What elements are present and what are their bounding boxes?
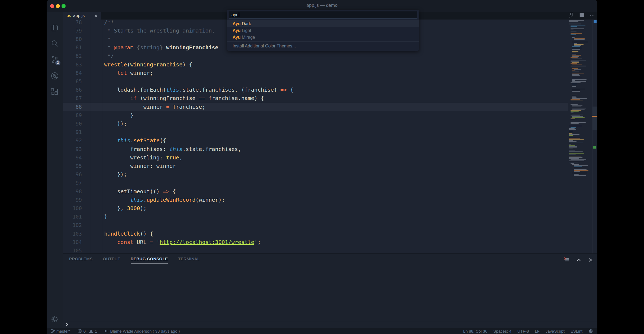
minimap-line [574,166,582,167]
panel-tab-debug-console[interactable]: DEBUG CONSOLE [131,256,168,264]
minimap-line [574,45,581,46]
code-line[interactable]: 90 }); [63,120,597,128]
minimap-line [572,68,578,69]
code-line[interactable]: 101 } [63,213,597,221]
search-icon[interactable] [50,39,59,48]
source-control-icon[interactable]: 2 [50,55,59,64]
console-prompt-icon[interactable] [65,322,69,327]
code-line[interactable]: 96 }); [63,170,597,179]
blame-status[interactable]: Blame Wade Anderson ( 38 days ago ) [104,329,180,333]
minimap-line [574,169,587,170]
code-line[interactable]: 98 setTimeout(() => { [63,187,597,196]
minimap-line [572,96,576,97]
tab-close-icon[interactable] [94,14,98,18]
minimap-line [571,111,579,112]
scrollbar-slider[interactable] [593,107,597,130]
code-line[interactable]: 87 if (winningFranchise == franchise.nam… [63,94,597,102]
debug-icon[interactable] [50,72,59,80]
panel-actions [564,257,594,264]
activity-bar: 2 [47,12,63,328]
eol-status[interactable]: LF [535,329,540,333]
vscode-window: app.js — demo 2 [47,0,597,334]
tab-app-js[interactable]: JS app.js [63,12,101,20]
linter-status[interactable]: ESLint [571,329,582,333]
line-number: 78 [63,20,82,27]
maximize-panel-icon[interactable] [576,257,582,264]
warning-count: 1 [95,329,97,333]
minimap-line [574,170,588,171]
open-preview-icon[interactable] [569,12,575,19]
panel-tab-terminal[interactable]: TERMINAL [178,256,199,264]
minimap-line [572,164,579,165]
ruler-marker-green [593,146,596,149]
quick-pick-item[interactable]: Ayu Light [227,27,419,34]
clear-console-icon[interactable] [564,257,570,264]
code-line[interactable]: 92 this.setState({ [63,136,597,145]
settings-gear-icon[interactable] [50,315,59,323]
minimap[interactable] [568,20,592,253]
panel-tab-output[interactable]: OUTPUT [103,256,120,264]
minimap-line [572,90,580,91]
branch-status[interactable]: master* [51,329,70,333]
line-number: 95 [63,162,82,170]
minimap-line [572,46,580,47]
minimap-line [571,99,580,100]
code-line[interactable]: 100 }, 3000); [63,204,597,213]
overview-ruler [592,20,597,253]
minimap-line [572,56,579,57]
code-line[interactable]: 88 winner = franchise; [63,103,597,111]
feedback-smiley-icon[interactable] [588,329,593,333]
line-number: 85 [63,77,82,86]
code-editor[interactable]: 78 /**79 * Starts the wrestling animatio… [63,20,597,253]
close-panel-icon[interactable] [588,257,594,264]
minimap-line [572,75,580,76]
minimap-line [569,139,584,140]
minimap-line [571,60,586,60]
code-line[interactable]: 105 [63,246,597,253]
minimap-line [572,117,585,118]
minimap-line [571,118,575,119]
cursor-position[interactable]: Ln 88, Col 36 [463,329,487,333]
panel-tab-problems[interactable]: PROBLEMS [69,256,93,264]
minimap-line [574,165,588,166]
language-mode-status[interactable]: JavaScript [546,329,565,333]
code-line[interactable]: 84 let winner; [63,69,597,77]
minimap-line [572,54,576,54]
code-line[interactable]: 103 handleClick() { [63,230,597,238]
encoding-status[interactable]: UTF-8 [517,329,529,333]
code-line[interactable]: 85 [63,77,597,86]
minimap-line [572,78,582,79]
minimap-line [572,108,586,108]
quick-pick-item-install-themes[interactable]: Install Additional Color Themes... [227,43,419,49]
code-line[interactable]: 83 wrestle(winningFranchise) { [63,60,597,69]
code-line[interactable]: 82 */ [63,52,597,60]
quick-pick-item[interactable]: Ayu Mirage [227,34,419,41]
indentation-status[interactable]: Spaces: 4 [493,329,511,333]
warnings-icon [89,329,93,333]
code-line[interactable]: 102 [63,221,597,229]
problems-status[interactable]: 0 1 [78,329,97,333]
extensions-icon[interactable] [50,88,59,96]
minimap-line [571,122,586,123]
code-line[interactable]: 99 this.updateWinRecord(winner); [63,196,597,204]
quick-pick-item[interactable]: Ayu Dark [227,20,419,27]
code-line[interactable]: 94 wrestling: true, [63,153,597,162]
code-line[interactable]: 93 franchises: this.state.franchises, [63,145,597,153]
code-line[interactable]: 104 const URL = 'http://localhost:3001/w… [63,238,597,246]
more-actions-icon[interactable] [589,12,595,19]
minimap-line [572,91,580,92]
code-line[interactable]: 89 } [63,111,597,120]
line-number: 103 [63,230,82,238]
minimap-line [569,157,582,158]
branch-name: master* [56,329,70,333]
code-line[interactable]: 86 lodash.forEach(this.state.franchises,… [63,86,597,94]
split-editor-icon[interactable] [579,12,585,19]
panel-tabs: PROBLEMSOUTPUTDEBUG CONSOLETERMINAL [69,256,199,264]
code-line[interactable]: 95 winner: winner [63,162,597,170]
console-input-separator [63,321,597,321]
explorer-icon[interactable] [50,24,59,32]
code-line[interactable]: 91 [63,128,597,136]
code-line[interactable]: 97 [63,179,597,187]
minimap-line [569,146,577,147]
quick-pick-input[interactable]: ayu [229,11,417,19]
